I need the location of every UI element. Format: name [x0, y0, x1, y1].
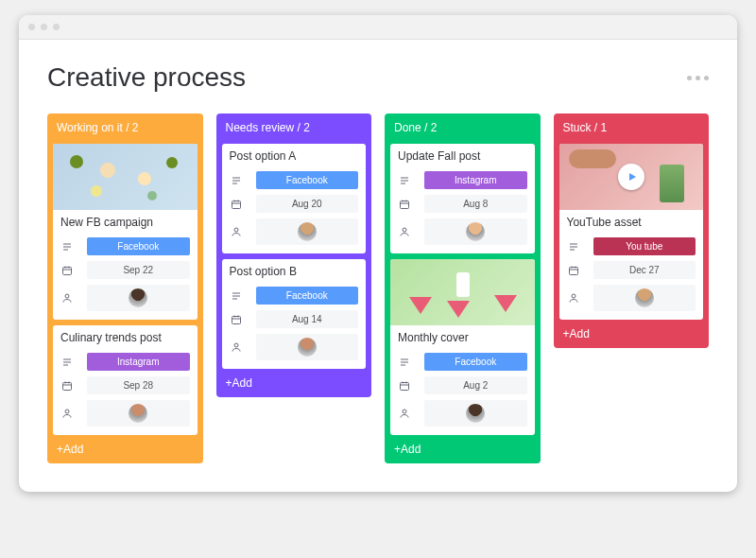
column-working: Working on it / 2New FB campaignFacebook… — [47, 113, 203, 463]
lines-icon — [230, 289, 243, 303]
platform-tag[interactable]: Facebook — [256, 287, 359, 305]
person-icon — [230, 340, 243, 354]
svg-rect-35 — [401, 201, 409, 208]
add-card-button[interactable]: +Add — [559, 325, 704, 342]
date-chip[interactable]: Dec 27 — [593, 261, 696, 279]
card-title: Culinary trends post — [53, 325, 198, 350]
person-icon — [60, 407, 74, 420]
svg-rect-43 — [401, 382, 409, 390]
svg-rect-3 — [63, 267, 72, 274]
svg-point-47 — [403, 410, 406, 413]
add-card-button[interactable]: +Add — [53, 441, 198, 458]
app-window: Creative process Working on it / 2New FB… — [19, 15, 737, 492]
card[interactable]: Update Fall postInstagramAug 8 — [390, 144, 535, 253]
platform-tag[interactable]: Instagram — [87, 353, 190, 371]
card-thumbnail[interactable] — [559, 144, 704, 210]
calendar-icon — [230, 198, 243, 211]
assignee-avatar[interactable] — [87, 285, 190, 311]
lines-icon — [567, 240, 580, 253]
date-chip[interactable]: Aug 20 — [256, 195, 359, 213]
platform-tag[interactable]: Facebook — [87, 237, 190, 255]
card-thumbnail — [390, 259, 535, 325]
column-header[interactable]: Stuck / 1 — [559, 119, 704, 138]
traffic-light-close[interactable] — [28, 24, 35, 30]
card-title: YouTube asset — [559, 210, 704, 235]
calendar-icon — [398, 379, 411, 392]
card[interactable]: Post option BFacebookAug 14 — [222, 259, 367, 369]
svg-point-31 — [234, 343, 238, 347]
svg-point-7 — [65, 294, 69, 298]
column-header[interactable]: Done / 2 — [390, 119, 535, 138]
play-icon[interactable] — [618, 164, 644, 190]
page-title: Creative process — [47, 62, 246, 93]
calendar-icon — [60, 264, 74, 277]
svg-rect-52 — [569, 267, 577, 274]
calendar-icon — [398, 198, 411, 211]
date-chip[interactable]: Sep 28 — [87, 376, 190, 394]
platform-tag[interactable]: Instagram — [424, 171, 527, 189]
column-stuck: Stuck / 1YouTube assetYou tubeDec 27+Add — [554, 113, 710, 348]
date-chip[interactable]: Aug 2 — [424, 376, 527, 394]
svg-marker-48 — [629, 173, 636, 181]
svg-point-23 — [234, 228, 238, 232]
window-titlebar — [19, 15, 737, 40]
date-chip[interactable]: Aug 8 — [424, 195, 527, 213]
person-icon — [398, 225, 411, 238]
card-title: Update Fall post — [390, 144, 535, 168]
svg-rect-19 — [232, 201, 240, 208]
svg-point-15 — [65, 410, 69, 413]
more-menu-icon[interactable] — [687, 76, 709, 80]
column-done: Done / 2Update Fall postInstagramAug 8Mo… — [385, 113, 541, 463]
kanban-board: Working on it / 2New FB campaignFacebook… — [47, 113, 709, 463]
card-title: New FB campaign — [53, 210, 198, 235]
lines-icon — [398, 174, 411, 187]
lines-icon — [230, 174, 243, 187]
lines-icon — [60, 240, 74, 253]
platform-tag[interactable]: Facebook — [256, 171, 359, 189]
calendar-icon — [567, 264, 580, 277]
lines-icon — [398, 356, 411, 369]
person-icon — [230, 225, 243, 238]
column-header[interactable]: Working on it / 2 — [53, 119, 198, 138]
card-title: Post option B — [222, 259, 367, 284]
svg-point-56 — [572, 294, 576, 298]
svg-rect-27 — [232, 316, 240, 323]
calendar-icon — [230, 313, 243, 326]
header-row: Creative process — [47, 62, 709, 93]
lines-icon — [60, 356, 74, 369]
assignee-avatar[interactable] — [256, 218, 359, 245]
add-card-button[interactable]: +Add — [222, 375, 367, 392]
content-area: Creative process Working on it / 2New FB… — [19, 40, 737, 492]
card-thumbnail — [53, 144, 198, 210]
assignee-avatar[interactable] — [87, 400, 190, 427]
date-chip[interactable]: Sep 22 — [87, 261, 190, 279]
column-review: Needs review / 2Post option AFacebookAug… — [216, 113, 372, 397]
card[interactable]: YouTube assetYou tubeDec 27 — [559, 144, 704, 320]
card[interactable]: New FB campaignFacebookSep 22 — [53, 144, 198, 320]
card-title: Monthly cover — [390, 325, 535, 350]
assignee-avatar[interactable] — [593, 285, 696, 311]
date-chip[interactable]: Aug 14 — [256, 310, 359, 328]
assignee-avatar[interactable] — [424, 400, 527, 427]
card[interactable]: Monthly coverFacebookAug 2 — [390, 259, 535, 435]
card[interactable]: Culinary trends postInstagramSep 28 — [53, 325, 198, 435]
assignee-avatar[interactable] — [256, 334, 359, 360]
person-icon — [398, 407, 411, 420]
person-icon — [567, 291, 580, 305]
add-card-button[interactable]: +Add — [390, 441, 535, 458]
svg-point-39 — [403, 228, 406, 232]
assignee-avatar[interactable] — [424, 218, 527, 245]
card[interactable]: Post option AFacebookAug 20 — [222, 144, 367, 253]
traffic-light-max[interactable] — [53, 24, 60, 30]
platform-tag[interactable]: Facebook — [424, 353, 527, 371]
svg-rect-11 — [63, 382, 72, 390]
card-title: Post option A — [222, 144, 367, 168]
column-header[interactable]: Needs review / 2 — [222, 119, 367, 138]
platform-tag[interactable]: You tube — [593, 237, 696, 255]
calendar-icon — [60, 379, 74, 392]
person-icon — [60, 291, 74, 305]
traffic-light-min[interactable] — [41, 24, 47, 30]
